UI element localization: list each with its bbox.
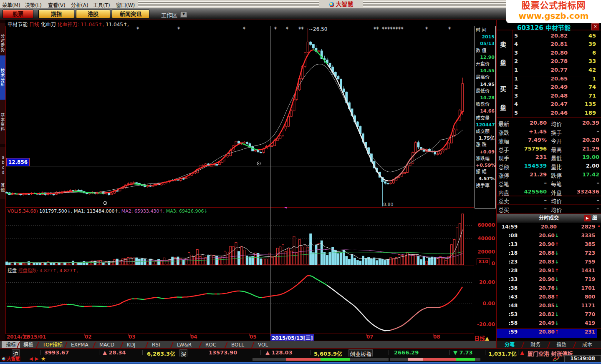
candle-body	[53, 194, 55, 195]
volume-bar	[218, 259, 220, 265]
volume-bar	[387, 259, 389, 265]
control-indicator-line	[144, 297, 157, 299]
pane-border-2	[6, 266, 474, 334]
volume-bar	[111, 262, 113, 265]
volume-bar	[249, 257, 251, 265]
candle-body	[285, 126, 287, 129]
volume-bar	[310, 234, 312, 265]
volume-bar	[276, 248, 278, 265]
mini-chart-icon	[553, 356, 560, 361]
volume-bar	[188, 253, 190, 265]
volume-bar	[434, 257, 436, 265]
circle-marker-dot	[258, 163, 259, 164]
volume-bar	[274, 256, 276, 265]
volume-bar	[445, 261, 447, 265]
main-indicator-line	[40, 193, 45, 194]
volume-bar	[30, 263, 33, 265]
candle-body	[213, 164, 215, 166]
control-indicator-line	[22, 307, 37, 308]
candle-body	[227, 156, 229, 157]
volume-bar	[191, 255, 193, 265]
volume-bar	[72, 261, 74, 265]
volume-bar	[263, 259, 265, 265]
candle-body	[414, 143, 417, 153]
volume-bar	[6, 262, 8, 265]
volume-bar	[8, 263, 10, 265]
candle-body	[445, 148, 447, 150]
main-indicator-line	[134, 184, 148, 185]
volume-bar	[246, 256, 248, 265]
candle-body	[404, 173, 406, 174]
main-indicator-line	[388, 149, 441, 181]
signal-marker-icon: ✳	[285, 26, 289, 30]
candle-body	[243, 142, 245, 143]
volume-bar	[199, 257, 201, 265]
volume-bar	[318, 243, 320, 265]
volume-bar	[359, 261, 361, 265]
control-indicator-line	[92, 306, 107, 306]
volume-bar	[301, 247, 303, 265]
main-indicator-line	[7, 193, 12, 194]
candle-body	[417, 143, 419, 147]
volume-bar	[243, 250, 245, 265]
volume-bar	[373, 258, 375, 265]
volume-bar	[351, 254, 353, 265]
kline-chart-canvas[interactable]: ✳✳✳✳✳✳✳✳✳✳✳✳✳✳✳✳✳✳✳~26.508.80◄	[0, 0, 601, 364]
volume-bar	[166, 260, 168, 265]
volume-bar	[442, 259, 444, 265]
candle-body	[185, 178, 187, 178]
volume-bar	[205, 258, 207, 265]
price-ma-line	[7, 64, 462, 194]
volume-bar	[20, 263, 22, 265]
candle-body	[437, 154, 439, 155]
volume-bar	[412, 256, 414, 265]
candle-body	[384, 182, 386, 183]
signal-marker-icon: ✳	[300, 26, 304, 30]
volume-bar	[265, 259, 268, 265]
volume-bar	[268, 253, 270, 265]
volume-bar	[392, 259, 394, 265]
candle-body	[407, 166, 409, 173]
volume-bar	[417, 256, 419, 265]
candle-body	[439, 151, 442, 154]
candle-body	[448, 143, 450, 148]
control-indicator-line	[157, 297, 164, 299]
volume-bar	[312, 253, 314, 265]
volume-bar	[307, 247, 309, 265]
volume-bar	[216, 256, 218, 265]
candle-body	[409, 163, 411, 166]
volume-bar	[423, 256, 425, 265]
circle-marker-dot	[105, 203, 106, 203]
volume-bar	[17, 264, 19, 265]
candle-body	[216, 164, 218, 165]
volume-bar	[75, 263, 77, 265]
main-indicator-line	[440, 111, 462, 150]
candle-body	[307, 42, 309, 52]
volume-bar	[11, 262, 13, 265]
candle-body	[387, 183, 389, 184]
volume-bar	[202, 255, 204, 265]
volume-bar	[298, 240, 300, 265]
volume-bar	[340, 252, 342, 265]
signal-marker-icon: ✳	[400, 26, 404, 30]
candle-body	[260, 152, 262, 153]
candle-body	[133, 183, 135, 183]
volume-bar	[346, 256, 348, 265]
volume-bar	[39, 263, 41, 265]
pane-border-0	[6, 26, 474, 208]
volume-bar	[221, 256, 223, 265]
volume-bar	[53, 263, 55, 265]
candle-body	[390, 183, 392, 184]
watermark: 股票公式指标网 www.gszb.com	[506, 0, 601, 23]
candle-body	[202, 165, 204, 166]
candle-body	[343, 89, 345, 92]
volume-bar	[58, 263, 60, 265]
signal-marker-icon: ✳	[274, 26, 277, 30]
peak-price-annotation: ~26.50	[309, 26, 327, 32]
volume-bar	[376, 261, 378, 265]
candle-body	[442, 150, 444, 151]
control-indicator-line	[137, 299, 144, 300]
control-indicator-line	[262, 276, 310, 298]
control-indicator-line	[37, 307, 49, 307]
candle-body	[205, 164, 207, 165]
